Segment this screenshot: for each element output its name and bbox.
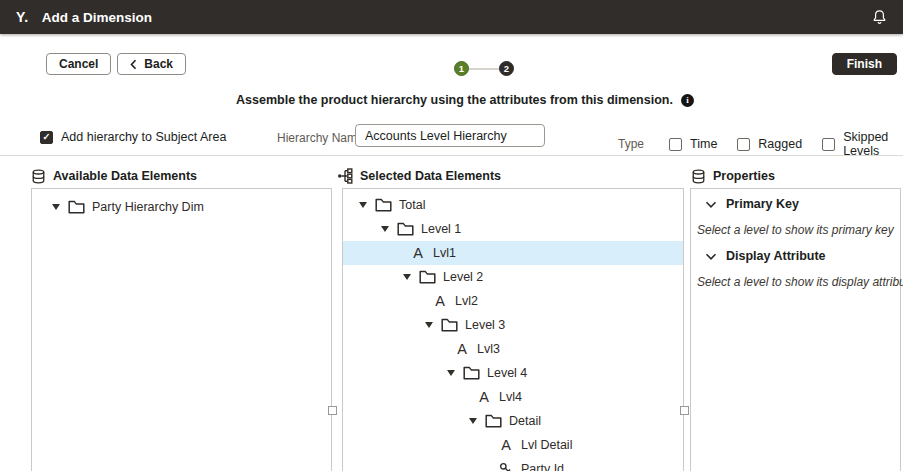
primary-key-section-header[interactable]: Primary Key	[691, 195, 900, 213]
tree-item-label: Lvl2	[455, 294, 478, 308]
folder-icon	[68, 200, 85, 214]
available-data-elements-title: Available Data Elements	[53, 169, 197, 183]
type-label: Type	[618, 137, 644, 151]
caret-down-icon[interactable]	[469, 418, 477, 424]
panel-splitter-handle[interactable]	[680, 406, 689, 415]
time-label: Time	[690, 137, 717, 151]
step-1-indicator[interactable]: 1	[454, 61, 469, 76]
tree-item-label: Party Id	[521, 462, 564, 471]
tree-item-detail[interactable]: Detail	[343, 409, 683, 433]
tree-item-level-4[interactable]: Level 4	[343, 361, 683, 385]
caret-down-icon[interactable]	[359, 202, 367, 208]
caret-down-icon[interactable]	[52, 204, 60, 210]
panel-splitter-handle[interactable]	[328, 406, 337, 415]
tree-item-label: Level 4	[487, 366, 527, 380]
key-icon	[499, 462, 513, 471]
wizard-instruction-text: Assemble the product hierarchy using the…	[236, 93, 673, 107]
tree-item-label: Total	[399, 198, 425, 212]
chevron-down-icon	[705, 251, 717, 262]
caret-down-icon[interactable]	[425, 322, 433, 328]
folder-icon	[463, 366, 480, 380]
tree-item-level-2[interactable]: Level 2	[343, 265, 683, 289]
notifications-bell-icon[interactable]	[872, 9, 887, 25]
properties-panel: Primary Key Select a level to show its p…	[690, 188, 901, 471]
cancel-button[interactable]: Cancel	[46, 53, 111, 75]
stepper-connector	[469, 68, 499, 70]
app-header: Y. Add a Dimension	[0, 0, 903, 34]
primary-key-section-title: Primary Key	[726, 197, 799, 211]
page-title: Add a Dimension	[42, 10, 152, 25]
database-icon	[691, 169, 706, 184]
display-attribute-section-header[interactable]: Display Attribute	[691, 247, 900, 265]
type-ragged-group: Ragged	[737, 137, 802, 151]
cancel-button-label: Cancel	[59, 57, 98, 71]
selected-data-elements-header: Selected Data Elements	[337, 167, 501, 185]
tree-item-lvl3[interactable]: Lvl3	[343, 337, 683, 361]
available-data-elements-panel: Party Hierarchy Dim	[31, 188, 332, 471]
app-logo: Y.	[16, 9, 29, 25]
skipped-levels-label: Skipped Levels	[843, 130, 903, 158]
properties-title: Properties	[713, 169, 775, 183]
back-button[interactable]: Back	[117, 53, 186, 75]
info-icon[interactable]	[681, 94, 694, 107]
attribute-icon	[499, 438, 513, 453]
wizard-nav-buttons: Cancel Back	[46, 53, 186, 75]
tree-item-lvl-detail[interactable]: Lvl Detail	[343, 433, 683, 457]
add-hierarchy-label: Add hierarchy to Subject Area	[61, 130, 226, 144]
ragged-label: Ragged	[758, 137, 802, 151]
tree-item-party-hierarchy-dim[interactable]: Party Hierarchy Dim	[32, 195, 331, 219]
display-attribute-hint: Select a level to show its display attri…	[691, 275, 900, 290]
ragged-checkbox[interactable]	[737, 138, 750, 151]
section-divider	[0, 155, 903, 156]
step-2-indicator[interactable]: 2	[499, 61, 514, 76]
attribute-icon	[411, 246, 425, 261]
wizard-stepper: 1 2	[454, 61, 514, 76]
caret-down-icon[interactable]	[381, 226, 389, 232]
chevron-left-icon	[130, 59, 137, 70]
attribute-icon	[477, 390, 491, 405]
finish-button[interactable]: Finish	[832, 53, 897, 75]
wizard-instruction: Assemble the product hierarchy using the…	[0, 93, 903, 107]
back-button-label: Back	[144, 57, 173, 71]
hierarchy-name-label: Hierarchy Name	[277, 131, 364, 145]
add-hierarchy-checkbox[interactable]	[40, 131, 53, 144]
caret-down-icon[interactable]	[447, 370, 455, 376]
tree-item-lvl2[interactable]: Lvl2	[343, 289, 683, 313]
tree-item-label: Lvl4	[499, 390, 522, 404]
hierarchy-name-input[interactable]	[355, 124, 545, 147]
tree-item-total[interactable]: Total	[343, 193, 683, 217]
tree-item-label: Lvl1	[433, 246, 456, 260]
hierarchy-icon	[337, 168, 353, 184]
tree-item-party-id[interactable]: Party Id	[343, 457, 683, 471]
add-hierarchy-checkbox-group: Add hierarchy to Subject Area	[40, 130, 226, 144]
folder-icon	[441, 318, 458, 332]
properties-header: Properties	[691, 167, 775, 185]
attribute-icon	[433, 294, 447, 309]
tree-item-lvl1-selected[interactable]: Lvl1	[343, 241, 683, 265]
tree-item-label: Lvl3	[477, 342, 500, 356]
display-attribute-section-title: Display Attribute	[726, 249, 826, 263]
tree-item-label: Level 1	[421, 222, 461, 236]
selected-data-elements-panel: Total Level 1 Lvl1 Level 2 Lvl2 Level 3 …	[342, 188, 684, 471]
time-checkbox[interactable]	[669, 138, 682, 151]
folder-icon	[419, 270, 436, 284]
tree-item-level-3[interactable]: Level 3	[343, 313, 683, 337]
tree-item-label: Party Hierarchy Dim	[92, 200, 204, 214]
folder-icon	[485, 414, 502, 428]
selected-data-elements-title: Selected Data Elements	[360, 169, 501, 183]
type-options-group: Type Time Ragged Skipped Levels	[618, 130, 903, 158]
folder-icon	[375, 198, 392, 212]
tree-item-label: Detail	[509, 414, 541, 428]
type-time-group: Time	[669, 137, 717, 151]
available-data-elements-header: Available Data Elements	[31, 167, 197, 185]
attribute-icon	[455, 342, 469, 357]
database-icon	[31, 169, 46, 184]
tree-item-lvl4[interactable]: Lvl4	[343, 385, 683, 409]
tree-item-level-1[interactable]: Level 1	[343, 217, 683, 241]
tree-item-label: Level 3	[465, 318, 505, 332]
skipped-levels-checkbox[interactable]	[822, 138, 835, 151]
caret-down-icon[interactable]	[403, 274, 411, 280]
chevron-down-icon	[705, 199, 717, 210]
primary-key-hint: Select a level to show its primary key	[691, 223, 900, 238]
type-skipped-levels-group: Skipped Levels	[822, 130, 903, 158]
